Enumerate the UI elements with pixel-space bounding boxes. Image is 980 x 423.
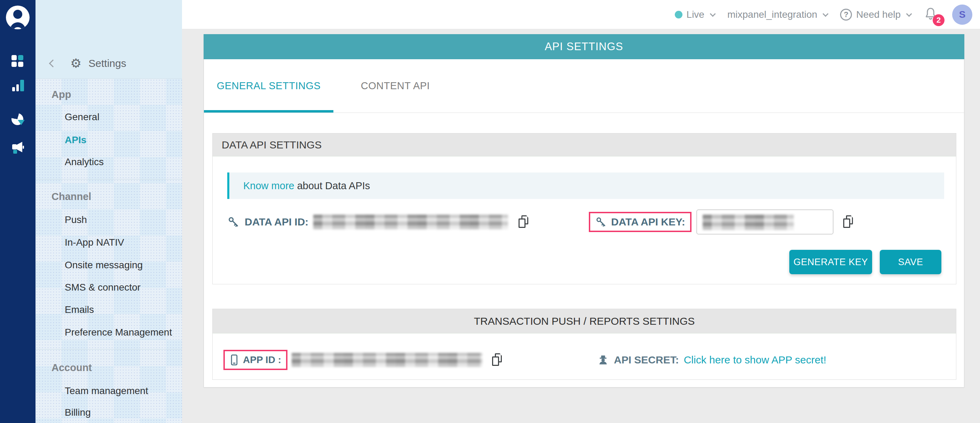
project-name: mixpanel_integration (727, 9, 817, 20)
transaction-push-section: TRANSACTION PUSH / REPORTS SETTINGS APP … (212, 309, 956, 380)
sidebar-section-app: App (51, 89, 71, 101)
sidebar-item-team-management[interactable]: Team management (65, 385, 148, 396)
data-api-id-label: DATA API ID: (245, 216, 308, 228)
app-root: ⚙ Settings App General APIs Analytics Ch… (0, 0, 980, 423)
sidebar-item-sms-connector[interactable]: SMS & connector (65, 282, 141, 293)
gear-icon: ⚙ (70, 57, 81, 70)
show-app-secret-link[interactable]: Click here to show APP secret! (684, 354, 827, 366)
chevron-down-icon (906, 11, 912, 17)
key-icon (595, 216, 607, 228)
api-secret-row: API SECRET: Click here to show APP secre… (597, 350, 826, 370)
sidebar-header: ⚙ Settings (35, 0, 182, 79)
back-chevron-icon[interactable] (49, 59, 57, 68)
chevron-down-icon (823, 11, 829, 17)
data-api-buttons: GENERATE KEY SAVE (789, 250, 941, 274)
know-more-text: about Data APIs (294, 180, 370, 192)
generate-key-button[interactable]: GENERATE KEY (789, 250, 872, 274)
sidebar-item-push[interactable]: Push (65, 214, 87, 225)
data-api-key-label: DATA API KEY: (611, 216, 685, 228)
dashboard-grid-icon[interactable] (11, 55, 24, 68)
data-api-settings-header: DATA API SETTINGS (213, 134, 956, 156)
tab-bar: GENERAL SETTINGS CONTENT API (204, 59, 964, 113)
app-id-row: APP ID : (223, 347, 503, 373)
segments-pie-icon[interactable] (11, 113, 24, 126)
know-more-link[interactable]: Know more (243, 180, 294, 192)
notifications-button[interactable]: 2 (924, 6, 939, 23)
live-label: Live (687, 9, 705, 20)
page-title: API SETTINGS (204, 34, 964, 59)
app-rail (0, 0, 35, 423)
know-more-infobox: Know more about Data APIs (227, 172, 944, 199)
settings-sidebar: ⚙ Settings App General APIs Analytics Ch… (35, 0, 182, 423)
transaction-push-header: TRANSACTION PUSH / REPORTS SETTINGS (213, 309, 956, 334)
tab-general-settings[interactable]: GENERAL SETTINGS (204, 59, 333, 113)
phone-icon (230, 354, 239, 366)
save-button[interactable]: SAVE (880, 250, 941, 274)
help-dropdown[interactable]: ? Need help (840, 9, 910, 21)
analytics-bars-icon[interactable] (11, 79, 24, 91)
chevron-down-icon (710, 11, 716, 17)
data-api-settings-section: DATA API SETTINGS Know more about Data A… (212, 133, 956, 284)
sidebar-section-account: Account (51, 362, 92, 374)
data-api-key-value-redacted (703, 215, 794, 230)
environment-dropdown[interactable]: Live (675, 9, 714, 20)
project-dropdown[interactable]: mixpanel_integration (727, 9, 827, 20)
sidebar-item-preference-management[interactable]: Preference Management (65, 327, 172, 338)
campaigns-megaphone-icon[interactable] (11, 141, 24, 154)
api-secret-label: API SECRET: (614, 354, 679, 366)
copy-icon[interactable] (519, 215, 530, 228)
sidebar-item-apis[interactable]: APIs (65, 134, 86, 146)
sidebar-section-channel: Channel (51, 191, 91, 203)
sidebar-divider (35, 349, 182, 350)
api-settings-card: API SETTINGS GENERAL SETTINGS CONTENT AP… (204, 34, 964, 388)
data-api-key-highlight-box: DATA API KEY: (589, 212, 692, 232)
sidebar-divider (35, 179, 182, 179)
data-api-id-value-redacted (313, 215, 508, 229)
data-api-id-row: DATA API ID: (227, 212, 530, 232)
copy-icon[interactable] (843, 215, 854, 228)
sidebar-item-inapp-nativ[interactable]: In-App NATIV (65, 237, 124, 248)
data-api-key-input[interactable] (696, 209, 834, 235)
sidebar-item-analytics[interactable]: Analytics (65, 156, 104, 168)
app-id-value-redacted (292, 353, 482, 367)
tab-content-api[interactable]: CONTENT API (343, 59, 447, 113)
notification-count-badge: 2 (933, 14, 945, 26)
sidebar-title: Settings (88, 57, 126, 69)
sidebar-item-onsite-messaging[interactable]: Onsite messaging (65, 260, 143, 271)
help-question-icon: ? (840, 9, 852, 21)
data-api-key-row: DATA API KEY: (589, 207, 854, 237)
user-avatar[interactable]: S (952, 5, 972, 25)
sidebar-item-billing[interactable]: Billing (65, 407, 91, 418)
app-id-label: APP ID : (243, 354, 281, 366)
help-label: Need help (856, 9, 900, 20)
copy-icon[interactable] (492, 353, 503, 367)
secret-agent-icon (597, 354, 609, 366)
key-icon (227, 215, 240, 228)
sidebar-item-general[interactable]: General (65, 112, 100, 123)
sidebar-nav: App General APIs Analytics Channel Push … (35, 79, 182, 423)
live-status-dot-icon (675, 11, 682, 19)
top-bar: Live mixpanel_integration ? Need help 2 … (182, 0, 980, 29)
app-id-highlight-box: APP ID : (223, 350, 288, 370)
sidebar-item-emails[interactable]: Emails (65, 304, 94, 315)
brand-logo-icon[interactable] (6, 6, 30, 29)
